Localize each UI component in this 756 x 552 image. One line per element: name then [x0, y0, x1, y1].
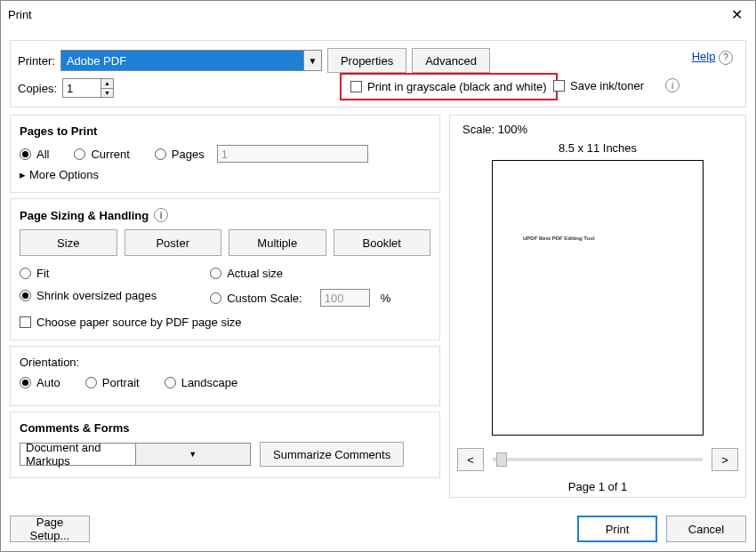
window-title: Print: [8, 8, 726, 21]
cancel-button[interactable]: Cancel: [666, 516, 746, 542]
printer-value: Adobe PDF: [61, 51, 303, 70]
comments-panel: Comments & Forms Document and Markups ▼ …: [10, 412, 440, 478]
sizing-panel: Page Sizing & Handlingi Size Poster Mult…: [10, 198, 440, 340]
radio-auto[interactable]: [20, 377, 31, 388]
pages-input[interactable]: [217, 145, 368, 163]
radio-pages[interactable]: [155, 148, 166, 160]
tab-multiple[interactable]: Multiple: [229, 229, 326, 256]
copies-label: Copies:: [18, 82, 57, 95]
triangle-right-icon: ▸: [20, 168, 26, 181]
printer-select[interactable]: Adobe PDF ▼: [60, 50, 322, 71]
radio-fit[interactable]: [20, 268, 31, 279]
dimensions-label: 8.5 x 11 Inches: [457, 141, 738, 155]
page-setup-button[interactable]: Page Setup...: [10, 516, 90, 542]
help-icon[interactable]: ?: [719, 51, 733, 65]
orientation-heading: Orientation:: [20, 356, 430, 369]
radio-all[interactable]: [20, 148, 31, 160]
print-button[interactable]: Print: [577, 516, 657, 542]
properties-button[interactable]: Properties: [327, 48, 406, 73]
advanced-button[interactable]: Advanced: [412, 48, 490, 73]
info-icon[interactable]: i: [665, 78, 680, 92]
close-icon[interactable]: ✕: [726, 4, 748, 25]
orientation-panel: Orientation: Auto Portrait Landscape: [10, 346, 440, 406]
preview-panel: Scale: 100% 8.5 x 11 Inches UPDF Best PD…: [449, 115, 746, 498]
pages-to-print-panel: Pages to Print All Current Pages ▸ More …: [10, 115, 440, 193]
tab-booklet[interactable]: Booklet: [334, 229, 431, 256]
spinner-down-icon[interactable]: ▼: [101, 89, 113, 98]
scale-label: Scale: 100%: [462, 123, 738, 136]
custom-scale-input[interactable]: [320, 289, 370, 307]
radio-portrait[interactable]: [85, 377, 97, 388]
printer-panel: Printer: Adobe PDF ▼ Properties Advanced…: [10, 40, 746, 108]
info-icon[interactable]: i: [154, 208, 168, 222]
copies-input[interactable]: [62, 78, 101, 98]
chevron-down-icon[interactable]: ▼: [135, 444, 251, 465]
tab-size[interactable]: Size: [20, 229, 117, 256]
spinner-up-icon[interactable]: ▲: [101, 79, 113, 89]
grayscale-checkbox[interactable]: [350, 81, 362, 92]
save-ink-label: Save ink/toner: [570, 79, 644, 92]
radio-landscape[interactable]: [165, 377, 176, 388]
comments-select[interactable]: Document and Markups ▼: [20, 443, 251, 466]
pages-heading: Pages to Print: [20, 124, 430, 138]
more-options-toggle[interactable]: ▸ More Options: [20, 168, 430, 181]
page-indicator: Page 1 of 1: [457, 480, 738, 493]
page-preview: UPDF Best PDF Editing Tool: [492, 160, 704, 436]
chevron-down-icon[interactable]: ▼: [303, 51, 321, 70]
printer-label: Printer:: [18, 54, 55, 68]
copies-spinner[interactable]: ▲ ▼: [62, 78, 114, 98]
choose-paper-checkbox[interactable]: [20, 316, 31, 328]
preview-content: UPDF Best PDF Editing Tool: [523, 236, 595, 241]
help-link[interactable]: Help ?: [692, 50, 733, 65]
radio-actual[interactable]: [210, 268, 221, 279]
prev-page-button[interactable]: <: [457, 448, 484, 471]
tab-poster[interactable]: Poster: [125, 229, 222, 256]
titlebar: Print ✕: [1, 1, 755, 28]
grayscale-label: Print in grayscale (black and white): [367, 80, 547, 93]
radio-current[interactable]: [74, 148, 85, 160]
save-ink-checkbox[interactable]: [553, 80, 565, 92]
radio-shrink[interactable]: [20, 290, 31, 301]
slider-thumb[interactable]: [496, 452, 507, 467]
grayscale-highlight: Print in grayscale (black and white): [340, 73, 558, 100]
summarize-button[interactable]: Summarize Comments: [260, 442, 404, 467]
comments-heading: Comments & Forms: [20, 421, 430, 435]
page-slider[interactable]: [493, 458, 703, 461]
radio-custom[interactable]: [210, 292, 221, 304]
sizing-heading: Page Sizing & Handling: [20, 209, 149, 222]
next-page-button[interactable]: >: [712, 448, 738, 471]
print-dialog: Print ✕ Printer: Adobe PDF ▼ Properties …: [0, 0, 756, 552]
